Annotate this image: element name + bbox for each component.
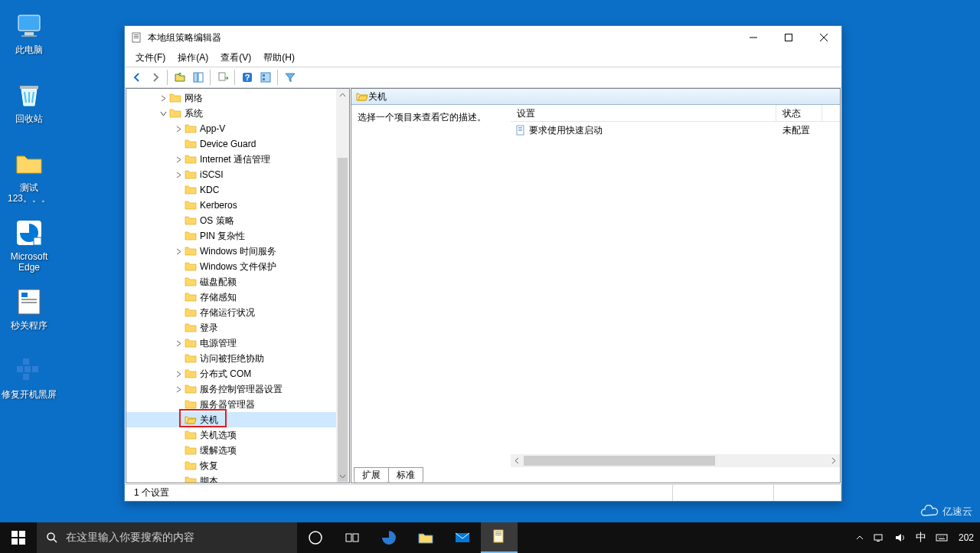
- status-cell-2: [673, 485, 774, 501]
- tree-item[interactable]: App-V: [126, 121, 349, 136]
- details-hscrollbar[interactable]: [511, 454, 840, 467]
- chevron-right-icon[interactable]: [172, 172, 185, 178]
- taskbar-edge-icon[interactable]: [371, 522, 407, 553]
- svg-rect-12: [24, 366, 31, 372]
- app-icon: [14, 286, 44, 317]
- chevron-right-icon[interactable]: [172, 340, 185, 347]
- tray-clock[interactable]: 202: [952, 522, 980, 553]
- back-icon[interactable]: [128, 69, 145, 87]
- scroll-thumb[interactable]: [338, 158, 348, 482]
- help-icon[interactable]: ?: [238, 69, 256, 87]
- tray-ime-keyboard-icon[interactable]: [931, 522, 952, 553]
- window-titlebar[interactable]: 本地组策略编辑器: [125, 26, 841, 49]
- menu-action[interactable]: 操作(A): [172, 49, 214, 67]
- scroll-down-icon[interactable]: [336, 470, 349, 483]
- tree-pane: 网络系统App-VDevice GuardInternet 通信管理iSCSIK…: [126, 88, 350, 483]
- desktop-icon-test-folder[interactable]: 测试123。。。: [0, 146, 58, 214]
- tree-item[interactable]: 分布式 COM: [126, 366, 349, 381]
- desktop-icon-recycle-bin[interactable]: 回收站: [0, 77, 58, 146]
- column-state[interactable]: 状态: [776, 105, 822, 121]
- tree-item[interactable]: 服务控制管理器设置: [126, 381, 349, 397]
- tree-item[interactable]: 脚本: [126, 473, 349, 483]
- chevron-right-icon[interactable]: [172, 248, 185, 255]
- settings-row[interactable]: 要求使用快速启动未配置: [511, 122, 840, 139]
- tree-item[interactable]: Kerberos: [126, 198, 349, 213]
- scroll-right-icon[interactable]: [827, 454, 840, 467]
- tree-item[interactable]: 存储感知: [126, 290, 349, 305]
- chevron-down-icon[interactable]: [157, 110, 169, 117]
- start-button[interactable]: [0, 522, 37, 553]
- folder-icon: [185, 215, 197, 226]
- tree-item[interactable]: 磁盘配额: [126, 274, 349, 290]
- tree-item[interactable]: Device Guard: [126, 136, 349, 152]
- tree-item[interactable]: 网络: [126, 90, 349, 106]
- column-name[interactable]: 设置: [511, 105, 776, 121]
- menu-help[interactable]: 帮助(H): [257, 49, 301, 67]
- taskbar-explorer-icon[interactable]: [407, 522, 444, 553]
- close-button[interactable]: [806, 26, 841, 49]
- chevron-right-icon[interactable]: [172, 386, 185, 393]
- tree-item[interactable]: KDC: [126, 182, 349, 198]
- scroll-left-icon[interactable]: [511, 454, 524, 467]
- chevron-right-icon[interactable]: [172, 156, 185, 163]
- svg-rect-51: [936, 535, 947, 541]
- edge-icon: [14, 218, 44, 248]
- svg-point-53: [940, 536, 941, 537]
- properties-icon[interactable]: [256, 69, 274, 87]
- desktop-icon-edge[interactable]: Microsoft Edge: [0, 214, 58, 283]
- taskbar-search[interactable]: 在这里输入你要搜索的内容: [37, 522, 297, 553]
- tree-item[interactable]: Windows 时间服务: [126, 244, 349, 259]
- svg-rect-42: [346, 534, 351, 542]
- tree-item[interactable]: OS 策略: [126, 213, 349, 228]
- tree-item[interactable]: iSCSI: [126, 167, 349, 182]
- svg-rect-11: [17, 366, 23, 372]
- maximize-button[interactable]: [771, 26, 806, 49]
- show-hide-tree-icon[interactable]: [189, 69, 207, 87]
- cortana-icon[interactable]: [297, 522, 334, 553]
- tray-overflow-icon[interactable]: [851, 522, 868, 553]
- column-headers[interactable]: 设置 状态: [511, 105, 840, 122]
- menu-file[interactable]: 文件(F): [129, 49, 172, 67]
- tree-item[interactable]: 恢复: [126, 458, 349, 473]
- tree-item[interactable]: 关机: [126, 412, 349, 427]
- tab-extended[interactable]: 扩展: [354, 467, 389, 483]
- export-list-icon[interactable]: [214, 69, 231, 87]
- task-view-icon[interactable]: [334, 522, 371, 553]
- description-hint: 选择一个项目来查看它的描述。: [358, 112, 486, 123]
- desktop-icon-label: 回收站: [15, 113, 43, 124]
- desktop-icon-this-pc[interactable]: 此电脑: [0, 8, 58, 77]
- chevron-right-icon[interactable]: [172, 126, 185, 133]
- desktop-icon-fix-blackscreen[interactable]: 修复开机黑屏: [0, 352, 58, 421]
- taskbar-gpedit-icon[interactable]: [481, 522, 518, 553]
- tree-item[interactable]: 系统: [126, 106, 349, 121]
- desktop-icon-shutdown-app[interactable]: 秒关程序: [0, 283, 58, 352]
- taskbar-mail-icon[interactable]: [444, 522, 481, 553]
- tree-item[interactable]: 存储运行状况: [126, 305, 349, 320]
- tree-item[interactable]: 服务器管理器: [126, 397, 349, 412]
- tree-item[interactable]: Windows 文件保护: [126, 259, 349, 274]
- up-folder-icon[interactable]: [171, 69, 188, 87]
- menu-view[interactable]: 查看(V): [214, 49, 257, 67]
- tree-view[interactable]: 网络系统App-VDevice GuardInternet 通信管理iSCSIK…: [126, 89, 349, 483]
- scroll-up-icon[interactable]: [336, 89, 349, 102]
- tray-ime-lang[interactable]: 中: [911, 522, 931, 553]
- tree-item[interactable]: PIN 复杂性: [126, 228, 349, 244]
- tray-volume-icon[interactable]: [890, 522, 911, 553]
- tree-item[interactable]: 电源管理: [126, 335, 349, 351]
- tree-item-label: 分布式 COM: [200, 368, 251, 381]
- tree-vscrollbar[interactable]: [336, 89, 349, 483]
- chevron-right-icon[interactable]: [157, 95, 169, 102]
- svg-rect-13: [32, 366, 38, 372]
- tree-item[interactable]: Internet 通信管理: [126, 152, 349, 167]
- minimize-button[interactable]: [736, 26, 771, 49]
- tray-network-icon[interactable]: [868, 522, 890, 553]
- hscroll-thumb[interactable]: [524, 456, 715, 466]
- tree-item[interactable]: 缓解选项: [126, 443, 349, 458]
- filter-icon[interactable]: [281, 69, 299, 87]
- tree-item[interactable]: 访问被拒绝协助: [126, 351, 349, 366]
- tab-standard[interactable]: 标准: [388, 467, 423, 483]
- tree-item[interactable]: 登录: [126, 320, 349, 335]
- forward-icon[interactable]: [146, 69, 164, 87]
- chevron-right-icon[interactable]: [172, 371, 185, 378]
- tree-item[interactable]: 关机选项: [126, 427, 349, 443]
